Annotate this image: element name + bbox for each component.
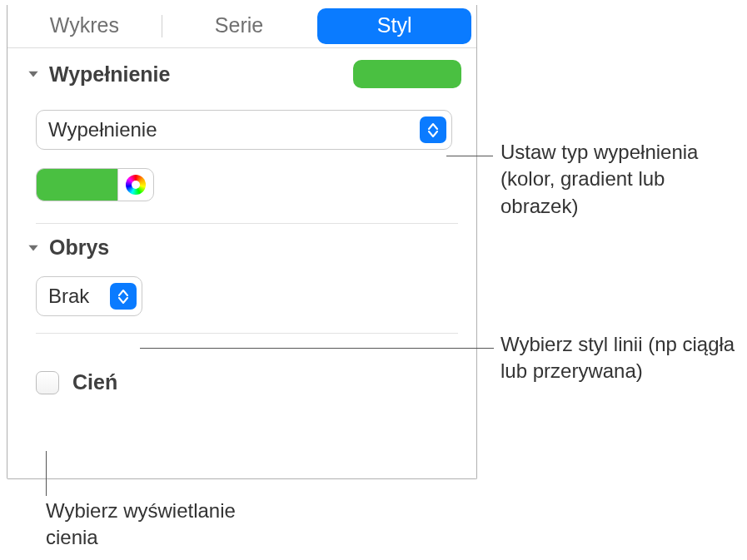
inspector-tabs: Wykres Serie Styl xyxy=(7,5,476,48)
shadow-title: Cień xyxy=(72,370,117,394)
shadow-section: Cień xyxy=(7,334,476,403)
fill-title: Wypełnienie xyxy=(49,62,170,87)
stroke-header: Obrys xyxy=(26,235,461,260)
stroke-style-dropdown[interactable]: Brak xyxy=(36,276,142,316)
fill-header: Wypełnienie xyxy=(26,60,461,88)
fill-color-row xyxy=(36,168,461,201)
stroke-title: Obrys xyxy=(49,235,109,260)
fill-color-well[interactable] xyxy=(36,168,117,201)
fill-section: Wypełnienie Wypełnienie xyxy=(7,48,476,215)
tab-chart[interactable]: Wykres xyxy=(7,5,162,47)
fill-color-picker-button[interactable] xyxy=(117,168,154,201)
fill-disclosure-toggle[interactable] xyxy=(26,67,41,82)
fill-type-dropdown[interactable]: Wypełnienie xyxy=(36,110,452,150)
callout-stroke-style: Wybierz styl linii (np ciągła lub przery… xyxy=(500,331,742,385)
stroke-disclosure-toggle[interactable] xyxy=(26,240,41,255)
dropdown-stepper-icon xyxy=(110,283,137,310)
fill-preview-swatch[interactable] xyxy=(353,60,461,88)
format-inspector-panel: Wykres Serie Styl Wypełnienie Wypełnieni… xyxy=(7,5,477,479)
fill-type-value: Wypełnienie xyxy=(48,118,420,141)
shadow-checkbox[interactable] xyxy=(36,371,59,394)
color-wheel-icon xyxy=(126,175,146,195)
tab-series[interactable]: Serie xyxy=(162,5,316,47)
stroke-style-value: Brak xyxy=(48,285,110,308)
stroke-section: Obrys Brak xyxy=(7,224,476,325)
callout-shadow: Wybierz wyświetlanie cienia xyxy=(46,498,287,552)
callout-fill-type: Ustaw typ wypełnienia (kolor, gradient l… xyxy=(500,139,742,220)
tab-style[interactable]: Styl xyxy=(317,8,471,44)
dropdown-stepper-icon xyxy=(420,116,446,143)
